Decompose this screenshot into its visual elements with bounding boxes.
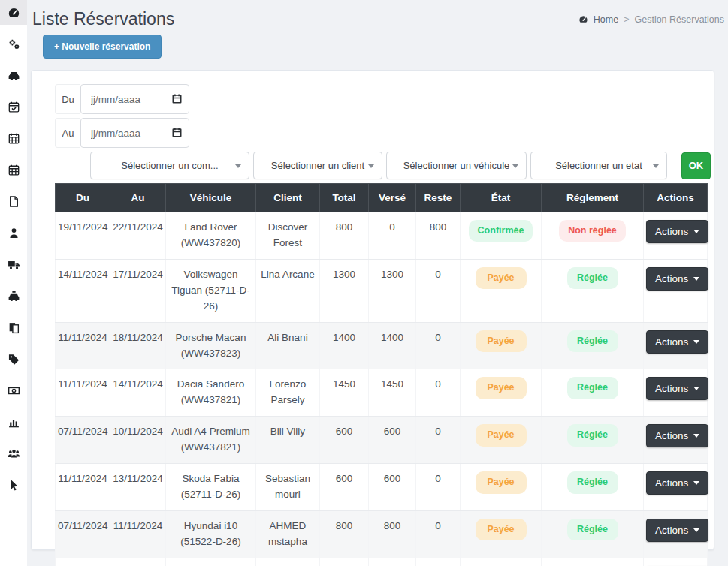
filter-submit-button[interactable]: OK	[681, 152, 711, 179]
cell-vehicle: Hyundai i10 (51522-D-26)	[166, 510, 256, 558]
dashboard-icon	[578, 14, 588, 24]
cell-date-to: 22/11/2024	[110, 212, 166, 260]
column-header: Versé	[369, 184, 416, 212]
copy-icon	[8, 321, 20, 334]
calendar-check-icon	[8, 101, 20, 113]
chevron-down-icon	[235, 164, 241, 168]
cell-vehicle: Hyundai i10 (53009-D-26)	[166, 558, 256, 566]
payment-badge: Réglée	[567, 267, 618, 289]
cell-date-from: 08/11/2024	[56, 558, 110, 566]
filter-selects-row: Sélectionner un com...Sélectionner un cl…	[55, 152, 711, 179]
cell-date-from: 14/11/2024	[56, 259, 110, 322]
breadcrumb-home-link[interactable]: Home	[594, 14, 618, 25]
cell-total: 2617	[320, 558, 369, 566]
new-reservation-button[interactable]: + Nouvelle réservation	[43, 35, 162, 59]
filter-select-1[interactable]: Sélectionner un com...	[90, 152, 249, 179]
cell-vehicle: Audi A4 Premium (WW437821)	[166, 417, 256, 464]
filter-select-value: Sélectionner un client	[271, 160, 364, 171]
actions-button-label: Actions	[655, 273, 688, 285]
cell-paid-amount: 1300	[369, 259, 416, 322]
cell-payment: Non réglée	[542, 212, 644, 260]
filter-select-4[interactable]: Sélectionner un etat	[530, 152, 667, 179]
filter-select-value: Sélectionner un com...	[121, 160, 218, 171]
calendar-picker-icon[interactable]	[171, 93, 183, 105]
cell-date-from: 11/11/2024	[56, 322, 110, 369]
column-header: Client	[256, 184, 320, 212]
cell-remaining: 0	[416, 369, 461, 417]
cell-total: 1400	[320, 322, 369, 369]
cell-total: 600	[320, 417, 369, 464]
taxi-icon	[8, 290, 20, 303]
cell-status: Payée	[461, 322, 542, 369]
table-row: 11/11/202413/11/2024Skoda Fabia (52711-D…	[56, 464, 708, 511]
cell-client: Discover Forest	[256, 212, 320, 260]
reservations-table: DuAuVéhiculeClientTotalVerséResteÉtatRég…	[55, 183, 708, 566]
cell-total: 600	[320, 464, 369, 511]
calendar-picker-icon[interactable]	[171, 127, 183, 139]
sidebar-item-dashboard[interactable]	[0, 0, 27, 25]
table-row: 19/11/202422/11/2024Land Rover (WW437820…	[56, 212, 708, 260]
sidebar-item-calendar-check[interactable]	[0, 95, 27, 119]
cell-total: 800	[320, 510, 369, 558]
cell-vehicle: Porsche Macan (WW437823)	[166, 322, 256, 369]
cell-remaining: 0	[416, 417, 461, 464]
status-badge: Payée	[476, 267, 527, 289]
sidebar-item-copy[interactable]	[0, 315, 27, 340]
status-badge: Payée	[476, 424, 527, 446]
sidebar-item-user[interactable]	[0, 221, 27, 245]
bar-chart-icon	[8, 416, 20, 429]
chevron-down-icon	[693, 434, 699, 438]
table-row: 08/11/202415/11/2024Hyundai i10 (53009-D…	[56, 558, 708, 566]
column-header: Véhicule	[166, 184, 256, 212]
sidebar-item-file[interactable]	[0, 189, 27, 214]
cell-actions: Actions	[644, 464, 708, 511]
cell-actions: Actions	[644, 259, 708, 322]
sidebar-item-bar-chart[interactable]	[0, 410, 27, 435]
breadcrumb-separator: >	[624, 14, 629, 25]
tag-icon	[8, 353, 20, 366]
cell-status: Confirmée	[461, 212, 542, 260]
sidebar-item-truck[interactable]	[0, 252, 27, 277]
status-badge: Payée	[476, 377, 527, 399]
chevron-down-icon	[693, 340, 699, 344]
cell-date-from: 11/11/2024	[56, 464, 110, 511]
chevron-down-icon	[693, 528, 699, 532]
sidebar-item-pointer[interactable]	[0, 473, 27, 498]
filter-select-3[interactable]: Sélectionner un véhicule	[386, 152, 527, 179]
cell-client: Lina Arcane	[256, 259, 320, 322]
cell-actions: Actions	[644, 417, 708, 464]
users-icon	[8, 447, 20, 460]
cell-remaining: 0	[416, 322, 461, 369]
table-row: 07/11/202410/11/2024Audi A4 Premium (WW4…	[56, 417, 708, 464]
cell-paid-amount: 800	[369, 510, 416, 558]
file-icon	[8, 195, 20, 208]
cell-paid-amount: 1450	[369, 369, 416, 417]
table-header-row: DuAuVéhiculeClientTotalVerséResteÉtatRég…	[56, 184, 708, 212]
payment-badge: Non réglée	[559, 220, 626, 242]
sidebar-item-calendar[interactable]	[0, 126, 27, 151]
sidebar-item-tag[interactable]	[0, 347, 27, 372]
cell-payment: Réglée	[542, 369, 644, 417]
row-actions-button[interactable]: Actions	[646, 377, 708, 400]
truck-icon	[8, 258, 20, 271]
cell-payment: Réglée	[542, 322, 644, 369]
row-actions-button[interactable]: Actions	[646, 267, 708, 291]
row-actions-button[interactable]: Actions	[646, 519, 708, 542]
filter-select-value: Sélectionner un véhicule	[403, 160, 510, 171]
sidebar-item-gears[interactable]	[0, 32, 27, 56]
sidebar-item-car[interactable]	[0, 63, 27, 88]
actions-button-label: Actions	[655, 383, 688, 394]
row-actions-button[interactable]: Actions	[646, 471, 708, 495]
sidebar-item-calendar[interactable]	[0, 158, 27, 182]
cell-payment: Réglée	[542, 417, 644, 464]
sidebar-item-users[interactable]	[0, 441, 27, 466]
cell-total: 800	[320, 212, 369, 260]
sidebar-item-money[interactable]	[0, 378, 27, 403]
row-actions-button[interactable]: Actions	[646, 424, 708, 447]
row-actions-button[interactable]: Actions	[646, 330, 708, 354]
filter-select-2[interactable]: Sélectionner un client	[253, 152, 382, 179]
cell-actions: Actions	[644, 369, 708, 417]
sidebar-item-taxi[interactable]	[0, 284, 27, 309]
table-body: 19/11/202422/11/2024Land Rover (WW437820…	[56, 212, 708, 566]
row-actions-button[interactable]: Actions	[646, 220, 708, 243]
